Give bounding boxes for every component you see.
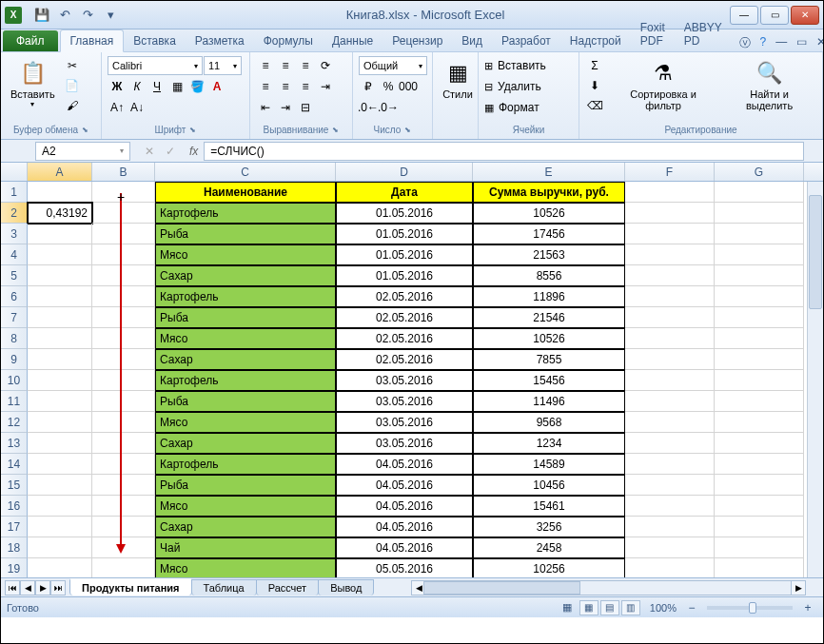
qat-dropdown[interactable]: ▾ (100, 5, 121, 26)
tab-layout[interactable]: Разметка (186, 30, 254, 51)
macro-icon[interactable]: ▦ (562, 601, 572, 614)
cell-G4[interactable] (715, 244, 804, 265)
cell-E17[interactable]: 3256 (473, 517, 625, 537)
cell-B8[interactable] (92, 328, 155, 349)
sheet-prev-button[interactable]: ◀ (20, 580, 35, 595)
dialog-launcher-icon[interactable]: ⬊ (189, 126, 196, 134)
cell-F2[interactable] (625, 203, 715, 224)
save-button[interactable]: 💾 (31, 5, 52, 26)
cell-A8[interactable] (28, 328, 92, 349)
row-header[interactable]: 7 (1, 307, 28, 328)
cell-C10[interactable]: Картофель (155, 370, 336, 391)
vertical-scrollbar[interactable] (807, 182, 823, 577)
col-header-d[interactable]: D (336, 163, 473, 181)
cell-B19[interactable] (92, 558, 155, 577)
cell-B9[interactable] (92, 349, 155, 370)
tab-addins[interactable]: Надстрой (560, 30, 631, 51)
paste-button[interactable]: 📋 Вставить ▾ (7, 56, 59, 110)
cell-G11[interactable] (715, 391, 804, 412)
cell-E11[interactable]: 11496 (473, 391, 625, 412)
tab-data[interactable]: Данные (323, 30, 383, 51)
align-left-button[interactable]: ≡ (256, 77, 275, 96)
cell-A1[interactable] (28, 182, 92, 203)
fill-button[interactable]: ⬇ (585, 76, 604, 95)
col-header-f[interactable]: F (625, 163, 715, 181)
orientation-button[interactable]: ⟳ (316, 56, 335, 75)
cell-F15[interactable] (625, 475, 715, 496)
cell-A4[interactable] (28, 244, 92, 265)
formula-input[interactable]: =СЛЧИС() (204, 142, 804, 161)
cell-A10[interactable] (28, 370, 92, 391)
row-header[interactable]: 1 (1, 182, 28, 203)
cell-E14[interactable]: 14589 (473, 454, 625, 475)
cell-F3[interactable] (625, 224, 715, 244)
increase-indent-button[interactable]: ⇥ (276, 98, 295, 117)
cell-B14[interactable] (92, 454, 155, 475)
cell-F11[interactable] (625, 391, 715, 412)
cell-D6[interactable]: 02.05.2016 (336, 286, 473, 307)
autosum-button[interactable]: Σ (585, 56, 604, 75)
row-header[interactable]: 15 (1, 475, 28, 496)
cell-G8[interactable] (715, 328, 804, 349)
cell-G13[interactable] (715, 433, 804, 454)
cell-D14[interactable]: 04.05.2016 (336, 454, 473, 475)
col-header-b[interactable]: B (92, 163, 155, 181)
font-color-button[interactable]: A (207, 77, 226, 96)
cell-D9[interactable]: 02.05.2016 (336, 349, 473, 370)
cell-C9[interactable]: Сахар (155, 349, 336, 370)
undo-button[interactable]: ↶ (54, 5, 75, 26)
cell-F10[interactable] (625, 370, 715, 391)
close-button[interactable]: ✕ (791, 6, 819, 25)
cell-C14[interactable]: Картофель (155, 454, 336, 475)
cell-C4[interactable]: Мясо (155, 244, 336, 265)
cell-G3[interactable] (715, 224, 804, 244)
cell-F12[interactable] (625, 412, 715, 433)
currency-button[interactable]: ₽ (359, 77, 378, 96)
scrollbar-thumb[interactable] (423, 581, 580, 595)
col-header-c[interactable]: C (155, 163, 336, 181)
cell-F6[interactable] (625, 286, 715, 307)
align-top-button[interactable]: ≡ (256, 56, 275, 75)
align-middle-button[interactable]: ≡ (276, 56, 295, 75)
cell-D16[interactable]: 04.05.2016 (336, 496, 473, 517)
cut-button[interactable]: ✂ (63, 56, 82, 75)
cell-C11[interactable]: Рыба (155, 391, 336, 412)
cell-E16[interactable]: 15461 (473, 496, 625, 517)
cell-A6[interactable] (28, 286, 92, 307)
cell-D8[interactable]: 02.05.2016 (336, 328, 473, 349)
row-header[interactable]: 2 (1, 203, 28, 224)
fill-color-button[interactable]: 🪣 (187, 77, 206, 96)
cell-G2[interactable] (715, 203, 804, 224)
col-header-e[interactable]: E (473, 163, 625, 181)
cell-B2[interactable] (92, 203, 155, 224)
cell-G16[interactable] (715, 496, 804, 517)
dialog-launcher-icon[interactable]: ⬊ (404, 126, 411, 134)
clear-button[interactable]: ⌫ (585, 96, 604, 115)
cell-E19[interactable]: 10256 (473, 558, 625, 577)
cell-F8[interactable] (625, 328, 715, 349)
cell-D3[interactable]: 01.05.2016 (336, 224, 473, 244)
cell-C8[interactable]: Мясо (155, 328, 336, 349)
row-header[interactable]: 9 (1, 349, 28, 370)
increase-font-button[interactable]: A↑ (108, 98, 127, 117)
col-header-g[interactable]: G (715, 163, 804, 181)
row-header[interactable]: 3 (1, 224, 28, 244)
font-size-combo[interactable]: 11▾ (204, 56, 242, 75)
find-select-button[interactable]: 🔍 Найти и выделить (722, 56, 816, 113)
cell-A3[interactable] (28, 224, 92, 244)
page-break-view-button[interactable]: ▥ (621, 600, 640, 615)
cell-A14[interactable] (28, 454, 92, 475)
align-center-button[interactable]: ≡ (276, 77, 295, 96)
scroll-right-button[interactable]: ▶ (791, 580, 806, 595)
row-header[interactable]: 19 (1, 558, 28, 577)
row-header[interactable]: 13 (1, 433, 28, 454)
delete-cells-button[interactable]: Удалить (494, 77, 545, 96)
sheet-next-button[interactable]: ▶ (35, 580, 50, 595)
cell-C12[interactable]: Мясо (155, 412, 336, 433)
cell-A7[interactable] (28, 307, 92, 328)
insert-cells-button[interactable]: Вставить (494, 56, 550, 75)
fill-handle-icon[interactable]: + (117, 189, 127, 199)
cell-B15[interactable] (92, 475, 155, 496)
cell-C19[interactable]: Мясо (155, 558, 336, 577)
dialog-launcher-icon[interactable]: ⬊ (82, 126, 88, 134)
